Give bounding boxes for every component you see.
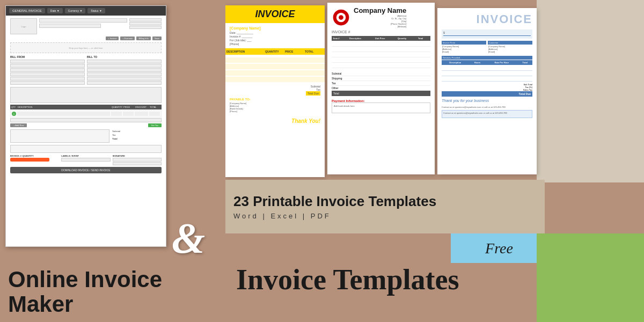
yellow-total-due-label: Total Due	[306, 91, 320, 96]
yellow-thanks: Thank You!	[230, 118, 320, 124]
blue-col-total: Total	[517, 60, 532, 65]
payment-details: Add bank details here	[332, 103, 430, 113]
bg-top-right	[537, 0, 644, 182]
table-row	[332, 52, 430, 57]
company-address: [Address]Ct. St., Zip, City[City][Phone …	[354, 14, 406, 28]
yellow-row-1	[225, 57, 325, 63]
blue-services-table: Description Hours Rate Per Hour Total	[442, 60, 532, 82]
table-row	[332, 46, 430, 52]
subtotal-row: Subtotal	[332, 71, 430, 76]
table-row	[442, 65, 532, 70]
svg-point-2	[339, 15, 343, 20]
template-company: Company Name [Address]Ct. St., Zip, City…	[327, 3, 435, 174]
company-header: Company Name [Address]Ct. St., Zip, City…	[332, 7, 430, 28]
yellow-payable-info: [Company Name][Address][Bank Details][Ph…	[230, 102, 320, 113]
invoice-app-preview: GENERAL INVOICE Date ▼ Currency ▼ Status…	[5, 5, 166, 247]
yellow-header: INVOICE	[225, 5, 325, 23]
table-row	[442, 76, 532, 81]
table-row	[332, 62, 430, 68]
yellow-date: Date: ___________	[230, 31, 320, 34]
left-section: GENERAL INVOICE Date ▼ Currency ▼ Status…	[0, 0, 225, 322]
yellow-invoice-title: INVOICE	[230, 9, 320, 20]
blue-amount-section: $	[442, 30, 532, 39]
blue-col-hours: Hours	[469, 60, 486, 65]
teal-free-box: Free	[451, 233, 547, 263]
blue-totals: Sub Total Tax (%) Sales Tax Total Due	[442, 83, 532, 97]
yellow-for: For (Job title): ___	[230, 39, 320, 42]
yellow-company-name: [Company Name]	[230, 26, 320, 30]
company-subtotal-section: Subtotal Shipping Tax Other Total	[332, 71, 430, 96]
yellow-col-qty: QUANTITY	[265, 50, 284, 53]
tax-row: Tax	[332, 81, 430, 86]
right-section: INVOICE [Company Name] Date: ___________…	[225, 0, 644, 322]
company-table-header-row: Item # Description Unit Price Quantity T…	[332, 36, 430, 41]
yellow-payable-title: PAYABLE TO:	[230, 98, 320, 101]
company-logo-icon	[332, 8, 350, 27]
blue-contact: Contact us at questions@mywebsite.com or…	[442, 106, 532, 108]
blue-col-desc: Description	[442, 60, 469, 65]
company-col-total: Total	[416, 36, 430, 41]
table-row	[332, 41, 430, 46]
yellow-phone: [Phone]	[230, 42, 320, 46]
yellow-col-desc: DESCRIPTION	[226, 50, 264, 53]
invoice-templates-title: Invoice Templates	[236, 263, 459, 296]
yellow-col-price: PRICE	[285, 50, 304, 53]
blue-billing-section: Invoice From [Company Name][Address][Ema…	[442, 41, 532, 54]
company-col-desc: Description	[348, 36, 374, 41]
free-label: Free	[485, 240, 513, 257]
yellow-table-header: DESCRIPTION QUANTITY PRICE TOTAL	[225, 48, 325, 55]
app-notes-area	[10, 87, 162, 103]
blue-thank-you: Thank you for your business	[442, 99, 532, 103]
yellow-rows	[225, 57, 325, 82]
app-header: GENERAL INVOICE Date ▼ Currency ▼ Status…	[6, 6, 166, 16]
shipping-row: Shipping	[332, 76, 430, 81]
printable-subtitle: Word | Excel | PDF	[233, 212, 537, 220]
blue-services-header: Services Provided	[442, 56, 532, 60]
other-row: Other	[332, 86, 430, 91]
main-container: GENERAL INVOICE Date ▼ Currency ▼ Status…	[0, 0, 644, 322]
company-name-text: Company Name	[354, 7, 406, 14]
company-invoice-num: INVOICE #	[332, 30, 430, 34]
blue-invoice-from: Invoice From [Company Name][Address][Ema…	[442, 41, 486, 54]
yellow-subtotal-area: Subtotal Tax Total Due	[230, 85, 320, 96]
yellow-col-total: TOTAL	[305, 50, 324, 53]
blue-col-rate: Rate Per Hour	[486, 60, 517, 65]
yellow-row-4	[225, 77, 325, 82]
table-row	[442, 70, 532, 76]
blue-customer: Customer [Company Name][Address][Email]	[488, 41, 532, 54]
template-yellow: INVOICE [Company Name] Date: ___________…	[225, 5, 325, 177]
company-table: Item # Description Unit Price Quantity T…	[332, 36, 430, 68]
blue-comment-box: Contact us at questions@mywebsite.com or…	[442, 110, 532, 118]
blue-total-row: Total Due	[442, 91, 532, 97]
table-row	[332, 57, 430, 62]
yellow-row-2	[225, 64, 325, 69]
blue-table-header-row: Description Hours Rate Per Hour Total	[442, 60, 532, 65]
company-col-qty: Quantity	[396, 36, 416, 41]
company-col-item: Item #	[332, 36, 348, 41]
template-blue: INVOICE $ Invoice From [Company Name][Ad…	[437, 8, 537, 174]
company-col-price: Unit Price	[374, 36, 396, 41]
online-invoice-maker-title: Online Invoice Maker	[8, 267, 162, 317]
blue-invoice-title: INVOICE	[442, 12, 532, 26]
blue-header: INVOICE	[442, 12, 532, 26]
printable-text-area: 23 Printable Invoice Templates Word | Ex…	[225, 180, 545, 233]
green-box-bottom-right	[537, 233, 644, 322]
total-row: Total	[332, 91, 430, 96]
ampersand-symbol: &	[172, 214, 205, 263]
printable-title: 23 Printable Invoice Templates	[233, 193, 537, 210]
yellow-row-3	[225, 70, 325, 76]
yellow-invoice-num: Invoice #: _______	[230, 35, 320, 38]
app-header-text: GENERAL INVOICE	[12, 9, 42, 12]
